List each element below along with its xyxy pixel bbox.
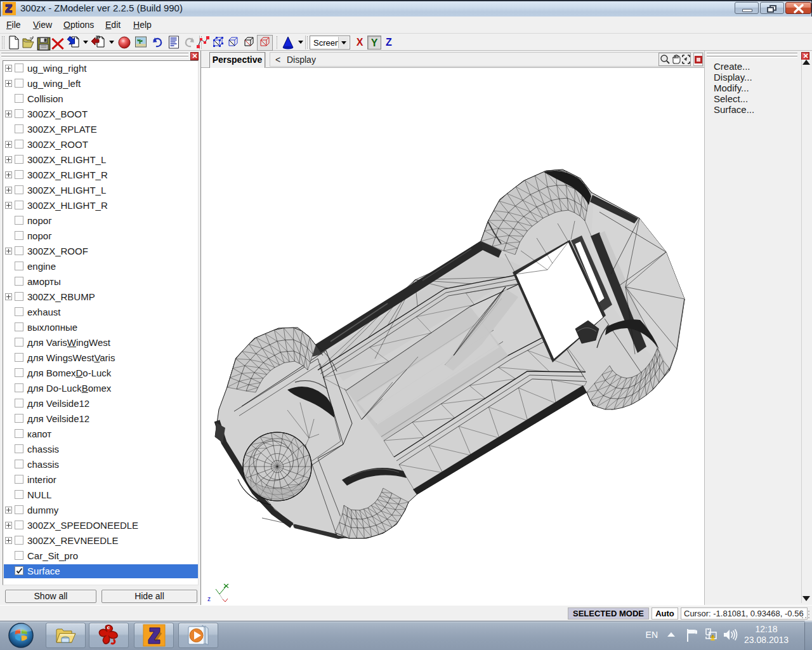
svg-text:z: z bbox=[207, 595, 211, 602]
